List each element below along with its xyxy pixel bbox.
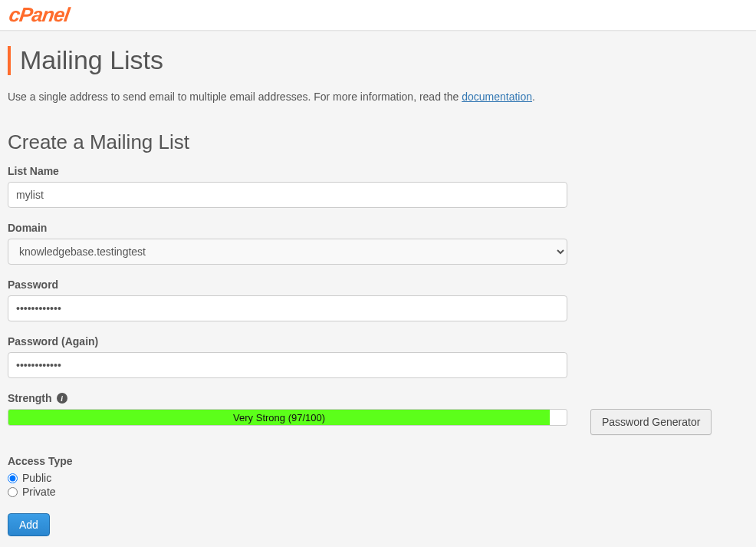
page-title-wrap: Mailing Lists (8, 45, 748, 75)
access-type-area: Access Type Public Private Add (8, 455, 567, 536)
strength-bar-fill: Very Strong (97/100) (8, 410, 550, 425)
access-public-row[interactable]: Public (8, 472, 567, 484)
list-name-label: List Name (8, 165, 567, 177)
password-label: Password (8, 278, 567, 291)
strength-label: Strength (8, 392, 52, 404)
intro-text-suffix: . (532, 91, 535, 103)
access-type-label: Access Type (8, 455, 567, 467)
form-area: List Name Domain knowledgebase.testingte… (8, 165, 567, 378)
access-private-label: Private (22, 486, 56, 498)
cpanel-logo: cPanel (8, 3, 71, 27)
strength-bar: Very Strong (97/100) (8, 409, 567, 426)
strength-label-row: Strength i (8, 392, 748, 404)
domain-label: Domain (8, 222, 567, 234)
info-icon[interactable]: i (57, 393, 67, 404)
section-heading: Create a Mailing List (8, 130, 748, 154)
access-public-radio[interactable] (8, 473, 18, 483)
add-button[interactable]: Add (8, 513, 50, 536)
title-accent-bar (8, 46, 11, 75)
password-again-group: Password (Again) (8, 335, 567, 378)
password-group: Password (8, 278, 567, 321)
page-intro: Use a single address to send email to mu… (8, 91, 748, 103)
page-body: Mailing Lists Use a single address to se… (0, 31, 756, 547)
access-private-radio[interactable] (8, 487, 18, 497)
password-again-input[interactable] (8, 352, 567, 378)
list-name-group: List Name (8, 165, 567, 208)
access-public-label: Public (22, 472, 51, 484)
domain-group: Domain knowledgebase.testingtest (8, 222, 567, 265)
documentation-link[interactable]: documentation (462, 91, 532, 103)
top-bar: cPanel (0, 0, 756, 31)
intro-text-prefix: Use a single address to send email to mu… (8, 91, 462, 103)
strength-bar-col: Very Strong (97/100) (8, 409, 567, 435)
password-generator-button[interactable]: Password Generator (590, 409, 712, 435)
strength-row: Very Strong (97/100) Password Generator (8, 409, 748, 435)
password-again-label: Password (Again) (8, 335, 567, 348)
access-private-row[interactable]: Private (8, 486, 567, 498)
password-input[interactable] (8, 295, 567, 321)
domain-select[interactable]: knowledgebase.testingtest (8, 239, 567, 265)
page-title: Mailing Lists (20, 45, 163, 75)
list-name-input[interactable] (8, 182, 567, 208)
